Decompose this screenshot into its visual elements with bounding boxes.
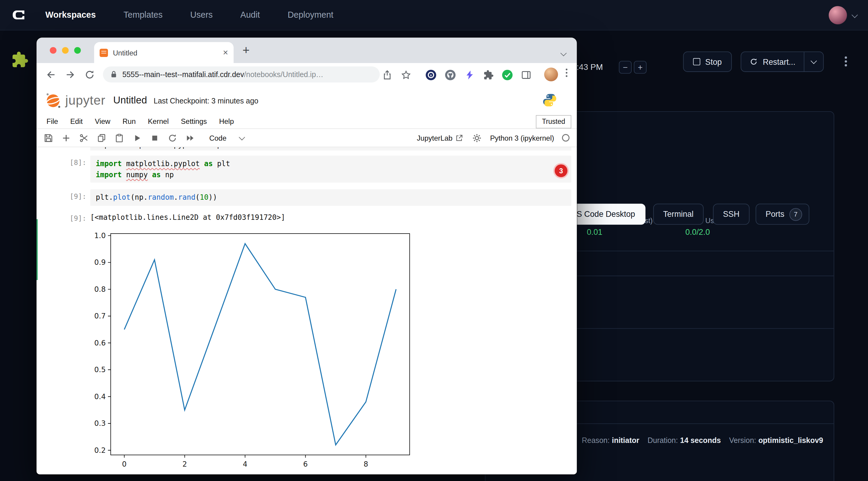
notebook-title[interactable]: Untitled [113,94,147,106]
svg-text:0.3: 0.3 [94,419,105,428]
stop-workspace-button[interactable]: Stop [683,52,732,72]
interrupt-kernel-icon[interactable] [149,132,161,144]
address-bar[interactable]: 5555--main--test--matifali.atif.cdr.dev/… [103,66,380,83]
collaborator-badge[interactable]: 3 [555,164,567,177]
notebook-area: import matplotlib.pyplot as plt [8]: imp… [37,147,577,474]
nav-user-menu[interactable] [829,6,857,24]
extension-puzzle-icon[interactable] [11,51,29,69]
workspace-menu-kebab[interactable] [845,56,846,66]
terminal-button[interactable]: Terminal [653,203,704,225]
run-cell-icon[interactable] [131,132,143,144]
zoom-in-button[interactable]: + [634,61,646,73]
ports-button[interactable]: Ports 7 [755,203,809,225]
share-icon[interactable] [380,68,394,81]
menu-file[interactable]: File [40,117,64,126]
collaborator-indicator-line [37,219,38,280]
menu-edit[interactable]: Edit [64,117,89,126]
browser-menu-kebab[interactable] [566,69,567,77]
jupyter-toolbar: Code JupyterLab Python 3 (ipykernel) [37,129,577,147]
chevron-down-icon [239,134,245,140]
external-link-icon [455,134,464,142]
menu-kernel[interactable]: Kernel [142,117,175,126]
nav-item-templates[interactable]: Templates [124,10,162,20]
chevron-down-icon [810,58,817,64]
last-checkpoint: Last Checkpoint: 3 minutes ago [154,97,258,105]
workspace-page: 11:43 PM − + Stop Restart... [0,31,868,481]
menu-view[interactable]: View [89,117,116,126]
chevron-down-icon [851,12,858,18]
bookmark-star-icon[interactable] [399,68,412,81]
svg-text:0.4: 0.4 [94,392,105,401]
minimize-window-button[interactable] [62,47,69,54]
restart-options-button[interactable] [804,52,823,71]
jupyter-menubar: File Edit View Run Kernel Settings Help … [37,115,577,129]
green-extension-icon[interactable] [500,68,514,81]
lightning-extension-icon[interactable] [463,68,476,81]
nav-item-users[interactable]: Users [190,10,213,20]
tab-search-chevron-icon[interactable] [561,48,566,58]
build-duration: Duration:14 seconds [648,436,721,444]
nav-item-deployment[interactable]: Deployment [288,10,334,20]
tab-close-icon[interactable]: × [223,48,228,57]
nav-item-audit[interactable]: Audit [240,10,260,20]
browser-tab[interactable]: Untitled × [94,42,234,63]
code-cell-input[interactable]: plt.plot(np.random.rand(10)) [90,189,571,205]
browser-profile-avatar[interactable] [544,67,558,81]
restart-icon [749,58,758,66]
new-tab-button[interactable]: + [242,43,250,58]
side-panel-icon[interactable] [519,68,532,81]
top-nav: Workspaces Templates Users Audit Deploym… [0,0,868,31]
swap-usage-value: 0.0/2.0 [685,228,710,236]
jupyter-wordmark: jupyter [65,93,105,108]
zoom-out-button[interactable]: − [619,61,631,73]
screen: Workspaces Templates Users Audit Deploym… [0,0,868,481]
cell-type-select[interactable]: Code [209,134,244,142]
kernel-name[interactable]: Python 3 (ipykernel) [490,134,554,142]
user-avatar[interactable] [829,6,847,24]
maximize-window-button[interactable] [74,47,81,54]
url-text: 5555--main--test--matifali.atif.cdr.dev/… [122,70,323,78]
code-cell-input[interactable]: import matplotlib.pyplot as plt import n… [90,156,571,183]
clipped-cell-above: import matplotlib.pyplot as plt [90,147,571,151]
build-version: Version:optimistic_liskov9 [729,436,823,444]
restart-workspace-button[interactable]: Restart... [741,52,804,71]
svg-text:4: 4 [243,460,247,469]
browser-window: Untitled × + [37,38,577,474]
menu-run[interactable]: Run [116,117,142,126]
restart-kernel-icon[interactable] [166,132,179,144]
ports-count-badge: 7 [789,208,802,220]
browser-tab-strip: Untitled × + [37,38,577,63]
menu-help[interactable]: Help [213,117,240,126]
ssh-button[interactable]: SSH [713,203,749,225]
trusted-button[interactable]: Trusted [536,115,571,128]
extensions-puzzle-icon[interactable] [482,68,495,81]
python-logo-icon [542,93,557,107]
input-prompt: [8]: [53,158,86,167]
github-extension-icon[interactable] [443,68,457,81]
load-average-value: 0.01 [587,228,602,236]
menu-settings[interactable]: Settings [175,117,213,126]
svg-text:0.8: 0.8 [94,285,105,294]
close-window-button[interactable] [50,47,56,54]
output-repr: [<matplotlib.lines.Line2D at 0x7fd03f191… [90,213,285,222]
kernel-status-icon [561,133,570,142]
cut-cell-icon[interactable] [78,132,90,144]
restart-run-all-icon[interactable] [184,132,196,144]
save-icon[interactable] [42,132,54,144]
nav-item-workspaces[interactable]: Workspaces [45,10,96,20]
coder-logo-icon[interactable] [11,7,27,23]
paste-cell-icon[interactable] [113,132,125,144]
svg-text:0.9: 0.9 [94,258,105,266]
jupyterlab-link[interactable]: JupyterLab [417,134,464,142]
ssl-lock-icon [110,70,117,78]
back-button[interactable] [44,68,58,81]
reload-button[interactable] [83,68,96,81]
forward-button[interactable] [64,68,77,81]
password-manager-extension-icon[interactable] [424,68,437,81]
matplotlib-figure: 0.20.30.40.50.60.70.80.91.002468 [89,228,421,474]
build-meta-row: Reason:initiator Duration:14 seconds Ver… [582,436,823,444]
copy-cell-icon[interactable] [95,132,107,144]
svg-text:2: 2 [182,460,187,469]
add-cell-icon[interactable] [60,132,72,144]
settings-gear-icon[interactable] [471,132,483,144]
